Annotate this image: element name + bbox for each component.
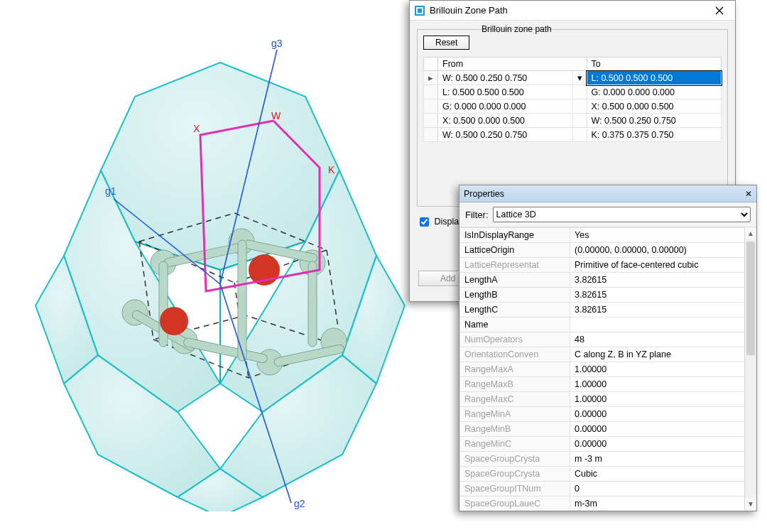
property-value[interactable]: 1.00000 (570, 377, 756, 392)
scroll-up-arrow[interactable]: ▲ (745, 227, 756, 239)
row-selector[interactable] (424, 128, 438, 142)
col-to[interactable]: To (587, 58, 722, 71)
property-row: RangeMaxB1.00000 (460, 377, 756, 392)
from-dropdown[interactable] (572, 85, 587, 99)
brillouin-zone-render: g1 g2 g3 W X K (21, 28, 419, 511)
property-value[interactable]: 0 (570, 482, 756, 496)
row-selector[interactable] (424, 85, 438, 99)
to-cell[interactable]: X: 0.500 0.000 0.500 (587, 99, 722, 114)
bzp-group-label: Brillouin zone path (482, 24, 552, 34)
col-from[interactable]: From (438, 58, 587, 71)
scroll-down-arrow[interactable]: ▼ (745, 498, 756, 510)
kpoint-X: X (193, 123, 200, 134)
property-name[interactable]: RangeMinA (460, 407, 570, 422)
property-row: RangeMaxC1.00000 (460, 392, 756, 407)
viewport-3d[interactable]: g1 g2 g3 W X K (21, 28, 419, 511)
property-value[interactable]: m-3m (570, 496, 756, 511)
properties-panel: Properties ✕ Filter: Lattice 3D IsInDisp… (459, 185, 757, 511)
from-dropdown[interactable]: ▾ (572, 71, 587, 85)
property-name[interactable]: OrientationConven (460, 347, 570, 362)
from-cell[interactable]: G: 0.000 0.000 0.000 (438, 99, 573, 114)
property-value[interactable]: (0.00000, 0.00000, 0.00000) (570, 243, 756, 258)
property-row: LatticeRepresentatPrimitive of face-cent… (460, 258, 756, 273)
property-row: RangeMinC0.00000 (460, 437, 756, 452)
filter-label: Filter: (465, 210, 489, 220)
dialog-titlebar[interactable]: Brillouin Zone Path (410, 1, 735, 21)
to-cell[interactable]: L: 0.500 0.500 0.500 (587, 71, 722, 85)
row-selector[interactable]: ▸ (424, 71, 438, 85)
property-name[interactable]: RangeMaxB (460, 377, 570, 392)
property-value[interactable]: Yes (570, 228, 756, 243)
property-name[interactable]: RangeMinC (460, 437, 570, 452)
to-cell[interactable]: W: 0.500 0.250 0.750 (587, 114, 722, 128)
svg-rect-21 (308, 261, 317, 347)
property-name[interactable]: LengthC (460, 303, 570, 317)
property-row: SpaceGroupITNum0 (460, 482, 756, 496)
property-value[interactable]: Primitive of face-centered cubic (570, 258, 756, 273)
table-row: G: 0.000 0.000 0.000X: 0.500 0.000 0.500 (424, 99, 722, 114)
property-value[interactable]: 0.00000 (570, 422, 756, 437)
properties-title: Properties (464, 189, 745, 199)
property-value[interactable]: 1.00000 (570, 362, 756, 377)
property-name[interactable]: LengthB (460, 288, 570, 303)
from-cell[interactable]: W: 0.500 0.250 0.750 (438, 71, 573, 85)
property-name[interactable]: SpaceGroupLaueC (460, 496, 570, 511)
row-selector[interactable] (424, 99, 438, 114)
property-name[interactable]: LatticeRepresentat (460, 258, 570, 273)
property-row: LengthA3.82615 (460, 273, 756, 288)
property-row: RangeMinB0.00000 (460, 422, 756, 437)
property-name[interactable]: NumOperators (460, 332, 570, 347)
scroll-thumb[interactable] (746, 241, 755, 355)
reset-button[interactable]: Reset (423, 36, 469, 50)
property-row: LengthC3.82615 (460, 303, 756, 317)
property-row: SpaceGroupCrystaCubic (460, 467, 756, 482)
properties-titlebar[interactable]: Properties ✕ (459, 185, 756, 202)
property-value[interactable]: 0.00000 (570, 437, 756, 452)
axis-label-g2: g2 (294, 498, 305, 509)
property-name[interactable]: RangeMaxC (460, 392, 570, 407)
filter-row: Filter: Lattice 3D (459, 202, 756, 227)
property-value[interactable]: 3.82615 (570, 288, 756, 303)
property-name[interactable]: RangeMinB (460, 422, 570, 437)
property-name[interactable]: LengthA (460, 273, 570, 288)
from-dropdown[interactable] (572, 114, 587, 128)
display-checkbox-label[interactable]: Display (417, 217, 463, 227)
property-row: IsInDisplayRangeYes (460, 228, 756, 243)
property-name[interactable]: SpaceGroupITNum (460, 482, 570, 496)
from-dropdown[interactable] (572, 128, 587, 142)
property-name[interactable]: RangeMaxA (460, 362, 570, 377)
property-value[interactable]: 0.00000 (570, 407, 756, 422)
scrollbar[interactable]: ▲ ▼ (744, 227, 756, 510)
svg-rect-30 (418, 9, 422, 13)
to-cell[interactable]: G: 0.000 0.000 0.000 (587, 85, 722, 99)
from-cell[interactable]: X: 0.500 0.000 0.500 (438, 114, 573, 128)
display-checkbox[interactable] (420, 217, 429, 227)
svg-rect-22 (159, 261, 168, 347)
close-icon (715, 6, 724, 15)
property-value[interactable]: 48 (570, 332, 756, 347)
row-selector[interactable] (424, 114, 438, 128)
property-row: LengthB3.82615 (460, 288, 756, 303)
property-name[interactable]: LatticeOrigin (460, 243, 570, 258)
property-name[interactable]: SpaceGroupCrysta (460, 467, 570, 482)
property-value[interactable]: 1.00000 (570, 392, 756, 407)
property-value[interactable]: 3.82615 (570, 273, 756, 288)
from-cell[interactable]: L: 0.500 0.500 0.500 (438, 85, 573, 99)
svg-marker-0 (101, 63, 339, 270)
table-row: L: 0.500 0.500 0.500G: 0.000 0.000 0.000 (424, 85, 722, 99)
filter-select[interactable]: Lattice 3D (493, 207, 751, 222)
properties-close-button[interactable]: ✕ (745, 189, 752, 199)
from-dropdown[interactable] (572, 99, 587, 114)
property-value[interactable]: m -3 m (570, 452, 756, 467)
property-name[interactable]: SpaceGroupCrysta (460, 452, 570, 467)
property-value[interactable]: Cubic (570, 467, 756, 482)
close-button[interactable] (708, 3, 731, 18)
property-value[interactable]: 3.82615 (570, 303, 756, 317)
property-value[interactable]: C along Z, B in YZ plane (570, 347, 756, 362)
property-value[interactable] (570, 317, 756, 332)
to-cell[interactable]: K: 0.375 0.375 0.750 (587, 128, 722, 142)
property-name[interactable]: IsInDisplayRange (460, 228, 570, 243)
property-name[interactable]: Name (460, 317, 570, 332)
table-row: X: 0.500 0.000 0.500W: 0.500 0.250 0.750 (424, 114, 722, 128)
from-cell[interactable]: W: 0.500 0.250 0.750 (438, 128, 573, 142)
